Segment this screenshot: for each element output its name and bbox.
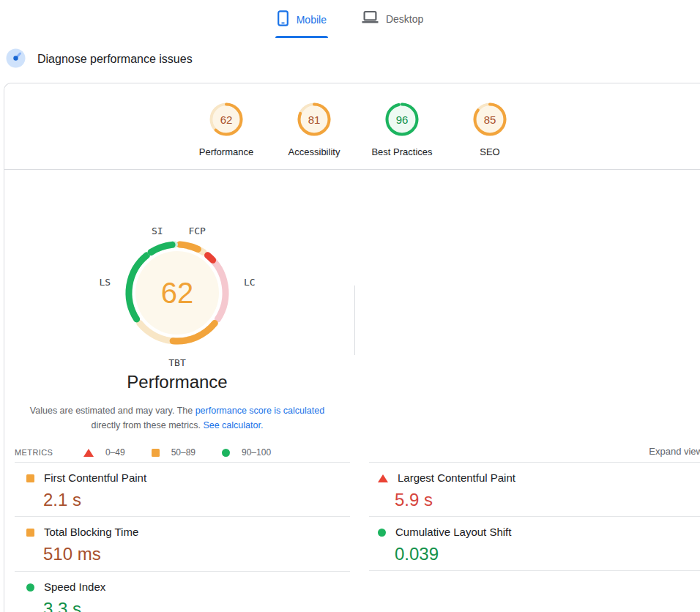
score-gauge-best-practices[interactable]: 96 Best Practices <box>369 102 435 157</box>
gauge-ring: 62 <box>209 102 244 137</box>
expand-view-button[interactable]: Expand view <box>649 446 700 457</box>
score-gauge-performance[interactable]: 62 Performance <box>193 102 259 157</box>
score-label: Performance <box>199 146 253 157</box>
score-legend: 0–49 50–89 90–100 <box>83 447 271 458</box>
mobile-icon <box>277 10 289 29</box>
legend-item-poor: 0–49 <box>83 447 125 458</box>
gauge-ring: 96 <box>384 102 420 137</box>
score-value: 85 <box>472 102 507 137</box>
score-value: 62 <box>209 102 244 137</box>
metric-label-row[interactable]: Cumulative Layout Shift <box>369 525 700 540</box>
square-icon <box>152 449 160 457</box>
metric-value: 5.9 s <box>369 488 700 512</box>
circle-icon <box>26 583 34 592</box>
desktop-icon <box>362 10 379 27</box>
device-tabs: Mobile Desktop <box>0 0 700 38</box>
performance-gauge[interactable]: FCPLCPTBTCLSSI 62 <box>100 215 255 370</box>
tab-mobile[interactable]: Mobile <box>275 4 328 38</box>
metric-value: 2.1 s <box>15 488 350 512</box>
section-vertical-divider <box>354 286 355 355</box>
tab-selected-underline <box>275 36 328 38</box>
metric-value: 0.039 <box>369 542 700 566</box>
score-gauge-accessibility[interactable]: 81 Accessibility <box>281 102 347 157</box>
metric-value: 510 ms <box>15 542 350 566</box>
tab-desktop[interactable]: Desktop <box>360 4 425 38</box>
metric-label-row[interactable]: Speed Index <box>15 580 350 594</box>
square-icon <box>26 474 34 482</box>
metric-name: Total Blocking Time <box>44 525 138 540</box>
metric-label-row[interactable]: First Contentful Paint <box>15 471 350 485</box>
metric-total-blocking-time: Total Blocking Time 510 ms <box>15 516 350 571</box>
speedometer-icon <box>6 48 26 71</box>
score-label: SEO <box>480 146 499 157</box>
metric-name: First Contentful Paint <box>44 471 146 485</box>
score-value: 81 <box>297 102 332 137</box>
legend-range: 50–89 <box>171 447 196 458</box>
legend-item-good: 90–100 <box>222 447 271 458</box>
score-gauge-seo[interactable]: 85 SEO <box>457 102 523 157</box>
disclaimer-text: Values are estimated and may vary. The <box>30 406 196 416</box>
score-value: 96 <box>384 102 420 137</box>
report-card: 62 Performance 81 Accessibility 96 Best … <box>4 83 700 612</box>
performance-score-value: 62 <box>100 215 255 370</box>
metric-cumulative-layout-shift: Cumulative Layout Shift 0.039 <box>369 516 700 571</box>
circle-icon <box>378 529 386 537</box>
circle-icon <box>222 449 230 457</box>
legend-range: 0–49 <box>105 447 125 458</box>
score-disclaimer: Values are estimated and may vary. The p… <box>16 403 338 433</box>
legend-item-average: 50–89 <box>152 447 196 458</box>
metric-name: Speed Index <box>44 580 105 594</box>
gauge-title: Performance <box>127 372 227 392</box>
tab-mobile-label: Mobile <box>297 14 327 26</box>
page-title: Diagnose performance issues <box>37 53 193 66</box>
gauge-ring: 81 <box>297 102 332 137</box>
metric-first-contentful-paint: First Contentful Paint 2.1 s <box>15 462 350 516</box>
gauge-ring: 85 <box>472 102 507 137</box>
triangle-icon <box>378 474 388 482</box>
score-calc-link[interactable]: performance score is calculated <box>196 406 324 416</box>
metric-value: 3.3 s <box>15 597 350 612</box>
metric-speed-index: Speed Index 3.3 s <box>15 571 350 612</box>
metric-label-row[interactable]: Total Blocking Time <box>15 525 350 540</box>
metric-largest-contentful-paint: Largest Contentful Paint 5.9 s <box>369 462 700 516</box>
metric-name: Largest Contentful Paint <box>398 471 515 485</box>
see-calculator-link[interactable]: See calculator. <box>203 420 263 430</box>
score-label: Best Practices <box>371 146 432 157</box>
metrics-grid: First Contentful Paint 2.1 s Largest Con… <box>4 462 700 612</box>
triangle-icon <box>83 449 94 457</box>
category-scores-row: 62 Performance 81 Accessibility 96 Best … <box>4 83 700 170</box>
metric-name: Cumulative Layout Shift <box>395 525 511 540</box>
metric-label-row[interactable]: Largest Contentful Paint <box>369 471 700 485</box>
diagnose-header: Diagnose performance issues <box>0 38 700 73</box>
score-label: Accessibility <box>288 146 340 157</box>
performance-gauge-section: FCPLCPTBTCLSSI 62 Performance Values are… <box>4 170 700 446</box>
square-icon <box>26 529 34 537</box>
disclaimer-text: directly from these metrics. <box>92 420 204 430</box>
tab-desktop-label: Desktop <box>386 13 423 25</box>
legend-range: 90–100 <box>242 447 271 458</box>
